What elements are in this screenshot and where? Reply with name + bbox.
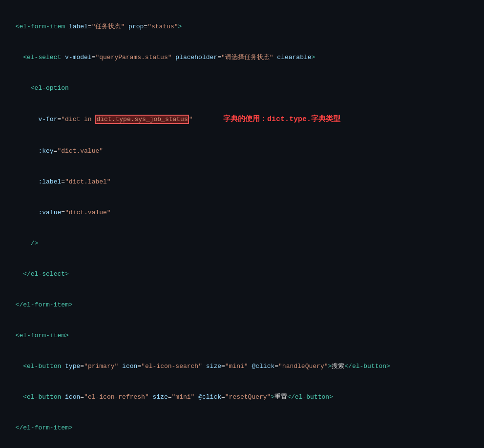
code-line: <el-option [8,83,480,93]
code-line: </el-select> [8,269,480,279]
code-line: </el-form-item> [8,423,480,433]
code-line: <el-form-item> [8,330,480,341]
code-line: </el-form-item> [8,300,480,310]
code-line: v-for="dict in dict.type.sys_job_status"… [8,114,480,126]
code-line: :key="dict.value" [8,146,480,156]
code-line: <el-button icon="el-icon-refresh" size="… [8,392,480,402]
code-editor: <el-form-item label="任务状态" prop="status"… [0,0,484,448]
code-line: :value="dict.value" [8,207,480,218]
code-line: :label="dict.label" [8,177,480,187]
code-line: <el-button type="primary" icon="el-icon-… [8,361,480,371]
code-line: <el-select v-model="queryParams.status" … [8,52,480,62]
code-block-1: <el-form-item label="任务状态" prop="status"… [0,0,484,448]
code-line: <el-form-item label="任务状态" prop="status"… [8,21,480,32]
code-line: /> [8,238,480,248]
